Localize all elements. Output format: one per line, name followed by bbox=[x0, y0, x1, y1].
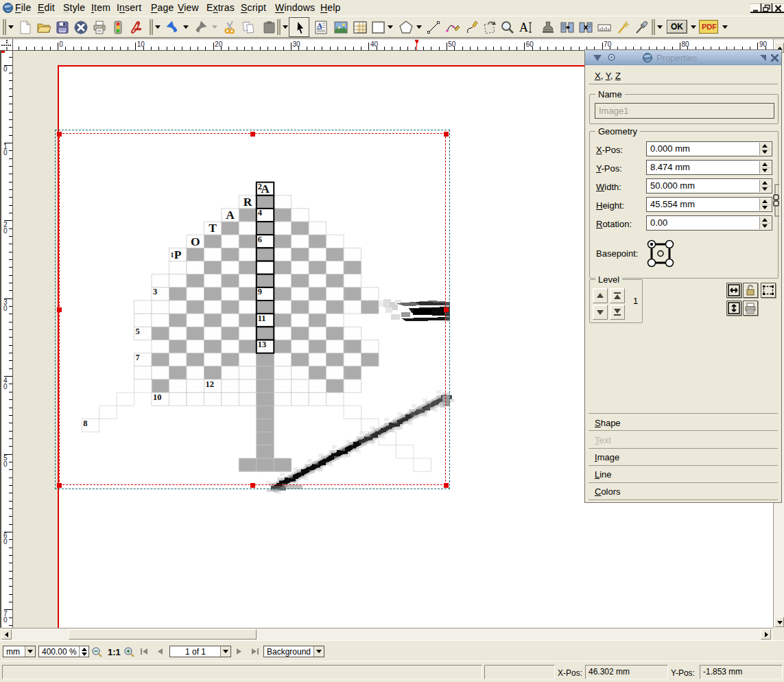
svg-text:0: 0 bbox=[3, 460, 8, 468]
svg-text:A: A bbox=[317, 21, 322, 30]
svg-text:60: 60 bbox=[526, 40, 534, 48]
svg-text:0: 0 bbox=[3, 227, 8, 235]
svg-text:20: 20 bbox=[215, 40, 223, 48]
svg-text:0: 0 bbox=[3, 65, 8, 73]
svg-text:0: 0 bbox=[59, 40, 63, 48]
svg-text:A: A bbox=[519, 21, 528, 34]
svg-text:0: 0 bbox=[3, 383, 8, 390]
svg-text:30: 30 bbox=[293, 40, 301, 48]
svg-text:10: 10 bbox=[137, 40, 145, 48]
svg-text:90: 90 bbox=[759, 40, 768, 48]
svg-text:0: 0 bbox=[3, 149, 8, 156]
svg-text:40: 40 bbox=[370, 40, 379, 48]
svg-text:0: 0 bbox=[3, 616, 8, 624]
svg-text:50: 50 bbox=[448, 40, 456, 48]
svg-text:0: 0 bbox=[3, 538, 8, 545]
svg-text:0: 0 bbox=[3, 305, 8, 312]
svg-text:80: 80 bbox=[682, 40, 690, 48]
svg-text:70: 70 bbox=[604, 40, 612, 48]
